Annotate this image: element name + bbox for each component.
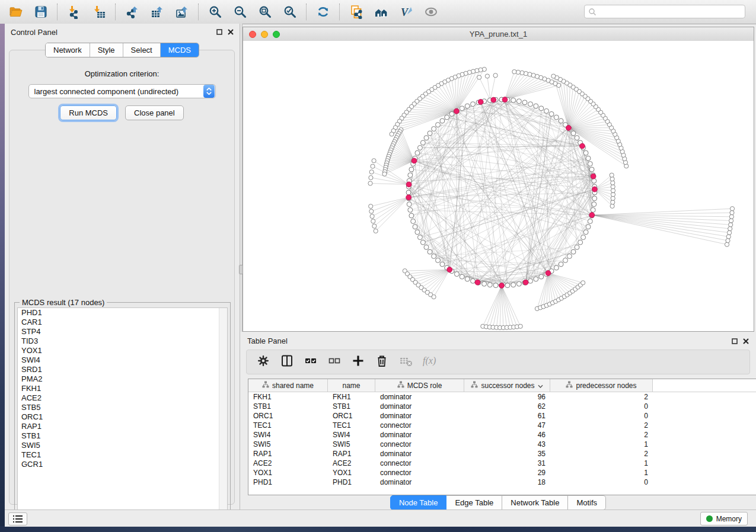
network-window-titlebar[interactable]: YPA_prune.txt_1 [243, 27, 754, 41]
zoom-out-button[interactable] [228, 2, 253, 22]
float-table-panel-icon[interactable] [732, 338, 738, 344]
cell-successor[interactable]: 18 [464, 478, 550, 486]
tab-motifs[interactable]: Motifs [568, 495, 606, 510]
mcds-result-item[interactable]: FKH1 [18, 384, 227, 393]
cell-shared_name[interactable]: FKH1 [248, 393, 328, 401]
cell-successor[interactable]: 29 [464, 469, 550, 477]
tab-node-table[interactable]: Node Table [390, 495, 447, 510]
zoom-in-button[interactable] [203, 2, 228, 22]
zoom-fit-button[interactable] [253, 2, 277, 22]
cell-shared_name[interactable]: RAP1 [248, 450, 328, 458]
mcds-result-item[interactable]: ORC1 [18, 412, 227, 422]
export-network-button[interactable] [120, 2, 145, 22]
deselect-all-button[interactable] [324, 351, 345, 373]
cell-successor[interactable]: 96 [464, 393, 550, 401]
column-header-MCDS-role[interactable]: MCDS role [375, 379, 464, 392]
mcds-result-item[interactable]: CAR1 [18, 318, 227, 327]
cell-shared_name[interactable]: ORC1 [248, 412, 328, 420]
cell-name[interactable]: TEC1 [328, 421, 375, 430]
refresh-button[interactable] [311, 2, 336, 22]
columns-button[interactable] [276, 351, 298, 373]
cell-name[interactable]: ORC1 [328, 412, 375, 420]
export-table-button[interactable] [145, 2, 170, 22]
cell-predecessor[interactable]: 1 [550, 469, 653, 477]
mcds-result-item[interactable]: SRD1 [18, 365, 227, 374]
cell-predecessor[interactable]: 2 [550, 431, 653, 439]
import-network-button[interactable] [62, 2, 87, 22]
cell-predecessor[interactable]: 1 [550, 459, 653, 467]
cell-successor[interactable]: 62 [464, 402, 550, 411]
table-row[interactable]: ORC1ORC1dominator610 [248, 411, 756, 421]
table-row[interactable]: YOX1YOX1connector291 [248, 468, 756, 477]
cell-successor[interactable]: 46 [464, 431, 550, 439]
mcds-result-item[interactable]: STB5 [18, 403, 227, 412]
mcds-result-item[interactable]: ACE2 [18, 393, 227, 403]
cell-mcds_role[interactable]: dominator [375, 450, 464, 458]
cell-predecessor[interactable]: 1 [550, 440, 653, 448]
search-input[interactable] [596, 7, 745, 17]
mcds-result-item[interactable]: RAP1 [18, 422, 227, 431]
show-hide-button[interactable] [419, 2, 444, 22]
cell-predecessor[interactable]: 2 [550, 421, 653, 430]
tab-select[interactable]: Select [123, 43, 161, 57]
cell-name[interactable]: SWI5 [328, 440, 375, 448]
run-mcds-button[interactable]: Run MCDS [60, 105, 117, 120]
table-row[interactable]: ACE2ACE2connector311 [248, 459, 756, 468]
cell-successor[interactable]: 31 [464, 459, 550, 467]
close-table-panel-icon[interactable] [743, 338, 749, 344]
cell-name[interactable]: RAP1 [328, 450, 375, 458]
mcds-result-item[interactable]: PHD1 [18, 308, 227, 318]
mcds-result-item[interactable]: STB1 [18, 431, 227, 441]
cell-successor[interactable]: 61 [464, 412, 550, 420]
cell-shared_name[interactable]: SWI5 [248, 440, 328, 448]
close-panel-button[interactable]: Close panel [125, 105, 184, 120]
cell-mcds_role[interactable]: connector [375, 440, 464, 448]
cell-name[interactable]: ACE2 [328, 459, 375, 467]
cell-successor[interactable]: 47 [464, 421, 550, 430]
mcds-result-item[interactable]: SWI4 [18, 355, 227, 365]
task-history-button[interactable] [8, 512, 27, 525]
table-row[interactable]: TEC1TEC1connector472 [248, 421, 756, 430]
tab-network[interactable]: Network [46, 43, 90, 57]
cell-mcds_role[interactable]: dominator [375, 393, 464, 401]
cell-predecessor[interactable]: 2 [550, 393, 653, 401]
column-header-shared-name[interactable]: shared name [248, 379, 328, 392]
cell-mcds_role[interactable]: dominator [375, 402, 464, 411]
network-canvas[interactable] [243, 41, 754, 331]
cell-mcds_role[interactable]: dominator [375, 431, 464, 439]
cell-shared_name[interactable]: STB1 [248, 402, 328, 411]
memory-button[interactable]: Memory [700, 512, 748, 525]
tab-mcds[interactable]: MCDS [161, 43, 199, 57]
cell-predecessor[interactable]: 0 [550, 402, 653, 411]
search-box[interactable] [584, 5, 745, 18]
table-row[interactable]: PHD1PHD1dominator180 [248, 477, 756, 487]
gear-button[interactable] [253, 351, 274, 373]
cell-mcds_role[interactable]: connector [375, 469, 464, 477]
cell-name[interactable]: PHD1 [328, 478, 375, 486]
export-image-button[interactable] [170, 2, 194, 22]
table-row[interactable]: STB1STB1dominator620 [248, 402, 756, 411]
column-header-predecessor-nodes[interactable]: predecessor nodes [550, 379, 653, 392]
table-row[interactable]: SWI5SWI5connector431 [248, 440, 756, 449]
cell-predecessor[interactable]: 2 [550, 450, 653, 458]
cell-mcds_role[interactable]: dominator [375, 478, 464, 486]
table-row[interactable]: FKH1FKH1dominator962 [248, 392, 756, 402]
cell-successor[interactable]: 35 [464, 450, 550, 458]
mcds-result-item[interactable]: PMA2 [18, 374, 227, 384]
mcds-result-item[interactable]: TEC1 [18, 450, 227, 460]
delete-table-button[interactable] [395, 351, 416, 373]
open-file-button[interactable] [4, 2, 28, 22]
cell-name[interactable]: FKH1 [328, 393, 375, 401]
criterion-dropdown[interactable]: largest connected component (undirected) [28, 84, 216, 98]
list-scrollbar[interactable] [219, 308, 227, 518]
fx-button[interactable]: f(x) [419, 351, 440, 373]
close-panel-icon[interactable] [228, 29, 234, 35]
cell-predecessor[interactable]: 0 [550, 412, 653, 420]
zoom-selected-button[interactable] [277, 2, 302, 22]
cell-mcds_role[interactable]: dominator [375, 412, 464, 420]
mcds-result-item[interactable]: TID3 [18, 336, 227, 346]
cell-mcds_role[interactable]: connector [375, 421, 464, 430]
add-column-button[interactable] [347, 351, 369, 373]
tab-style[interactable]: Style [90, 43, 123, 57]
tab-edge-table[interactable]: Edge Table [446, 495, 502, 510]
